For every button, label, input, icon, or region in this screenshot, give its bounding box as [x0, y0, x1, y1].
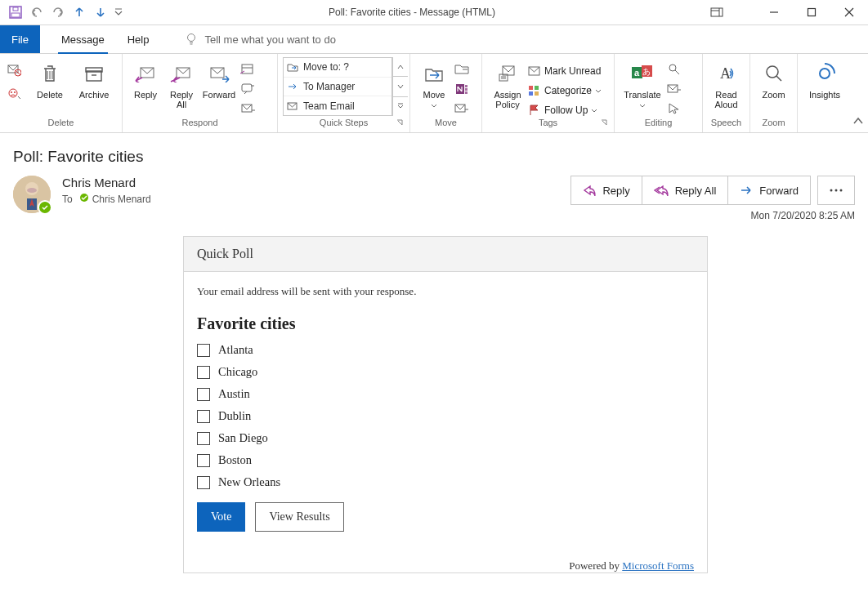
- group-caption-quicksteps: Quick Steps: [283, 118, 405, 131]
- actions-icon[interactable]: [453, 100, 471, 118]
- svg-point-5: [188, 33, 195, 41]
- poll-option[interactable]: Austin: [197, 387, 694, 401]
- checkbox-icon[interactable]: [197, 410, 210, 423]
- svg-rect-23: [465, 91, 468, 94]
- rules-icon[interactable]: [453, 60, 471, 78]
- header-reply-button[interactable]: Reply: [571, 176, 642, 204]
- header-more-actions[interactable]: [817, 176, 855, 205]
- poll-option[interactable]: Atlanta: [197, 343, 694, 357]
- quicksteps-down[interactable]: [393, 77, 408, 96]
- move-button[interactable]: Move: [415, 57, 453, 109]
- quickstep-to-manager[interactable]: To Manager: [284, 78, 391, 97]
- qat-customize-icon[interactable]: [111, 2, 126, 23]
- svg-rect-2: [13, 7, 18, 11]
- translate-button[interactable]: aあ Translate: [620, 57, 665, 109]
- svg-rect-1: [11, 13, 20, 17]
- quickstep-move-to[interactable]: Move to: ?: [284, 58, 391, 78]
- quicksteps-more[interactable]: [393, 97, 408, 116]
- poll-card-title: Quick Poll: [184, 237, 707, 272]
- svg-rect-28: [529, 86, 533, 90]
- follow-up-button[interactable]: Follow Up: [528, 101, 605, 119]
- svg-point-48: [840, 189, 843, 192]
- checkbox-icon[interactable]: [197, 476, 210, 489]
- quicksteps-launcher-icon[interactable]: [396, 119, 406, 129]
- group-caption-delete: Delete: [5, 118, 117, 131]
- undo-icon[interactable]: [26, 2, 47, 23]
- ribbon-display-options-icon[interactable]: [698, 0, 736, 25]
- group-caption-zoom: Zoom: [755, 118, 792, 131]
- tab-help[interactable]: Help: [116, 25, 161, 53]
- svg-text:あ: あ: [642, 67, 651, 76]
- tell-me-input[interactable]: Tell me what you want to do: [204, 33, 335, 46]
- reply-all-button[interactable]: Reply All: [163, 57, 199, 109]
- svg-text:a: a: [634, 68, 640, 78]
- header-forward-button[interactable]: Forward: [728, 176, 810, 204]
- svg-rect-4: [808, 9, 816, 16]
- svg-point-43: [27, 188, 37, 193]
- svg-point-47: [835, 189, 838, 192]
- archive-button[interactable]: Archive: [72, 57, 116, 109]
- meeting-reply-icon[interactable]: [239, 60, 257, 78]
- collapse-ribbon-icon[interactable]: [853, 116, 863, 127]
- sender-avatar[interactable]: [13, 176, 51, 213]
- reply-im-icon[interactable]: [239, 80, 257, 98]
- svg-point-10: [14, 91, 16, 93]
- close-button[interactable]: [830, 0, 868, 25]
- poll-option[interactable]: New Orleans: [197, 475, 694, 489]
- checkbox-icon[interactable]: [197, 366, 210, 379]
- mark-unread-button[interactable]: Mark Unread: [528, 62, 605, 80]
- tags-launcher-icon[interactable]: [601, 119, 611, 129]
- svg-rect-30: [529, 91, 533, 96]
- svg-point-9: [11, 91, 12, 93]
- save-icon[interactable]: [5, 2, 26, 23]
- header-reply-all-button[interactable]: Reply All: [642, 176, 729, 204]
- zoom-button[interactable]: Zoom: [755, 57, 792, 109]
- poll-option[interactable]: Chicago: [197, 365, 694, 379]
- view-results-button[interactable]: View Results: [255, 502, 343, 532]
- minimize-button[interactable]: [755, 0, 793, 25]
- previous-icon[interactable]: [69, 2, 90, 23]
- junk-icon[interactable]: [5, 85, 23, 103]
- vote-button[interactable]: Vote: [197, 502, 245, 532]
- svg-rect-29: [535, 86, 539, 90]
- insights-button[interactable]: Insights: [803, 57, 847, 109]
- lightbulb-icon: [185, 32, 198, 47]
- poll-privacy-note: Your email address will be sent with you…: [197, 285, 694, 298]
- presence-available-icon: [38, 200, 52, 215]
- group-caption-respond: Respond: [128, 118, 272, 131]
- more-respond-icon[interactable]: [239, 100, 257, 118]
- tab-message[interactable]: Message: [50, 25, 116, 53]
- svg-point-46: [830, 189, 833, 192]
- poll-option[interactable]: Boston: [197, 453, 694, 467]
- powered-by-link[interactable]: Microsoft Forms: [622, 559, 694, 572]
- quickstep-team-email[interactable]: Team Email: [284, 96, 391, 115]
- poll-option[interactable]: San Diego: [197, 431, 694, 445]
- poll-option[interactable]: Dublin: [197, 409, 694, 423]
- categorize-button[interactable]: Categorize: [528, 82, 605, 100]
- read-aloud-button[interactable]: A Read Aloud: [708, 57, 745, 109]
- to-label: To: [62, 194, 73, 205]
- delete-button[interactable]: Delete: [28, 57, 72, 109]
- quicksteps-up[interactable]: [393, 57, 408, 77]
- next-icon[interactable]: [90, 2, 111, 23]
- forward-button[interactable]: Forward: [199, 57, 239, 109]
- svg-point-45: [80, 194, 88, 202]
- tab-file[interactable]: File: [0, 25, 40, 53]
- svg-rect-21: [465, 85, 468, 87]
- checkbox-icon[interactable]: [197, 388, 210, 401]
- related-icon[interactable]: [665, 80, 683, 98]
- checkbox-icon[interactable]: [197, 344, 210, 357]
- find-icon[interactable]: [665, 60, 683, 78]
- svg-point-40: [820, 69, 830, 78]
- onenote-icon[interactable]: [453, 80, 471, 98]
- maximize-button[interactable]: [793, 0, 830, 25]
- assign-policy-button[interactable]: Assign Policy: [487, 57, 528, 109]
- ignore-icon[interactable]: [5, 60, 23, 78]
- checkbox-icon[interactable]: [197, 454, 210, 467]
- svg-rect-11: [87, 71, 101, 81]
- checkbox-icon[interactable]: [197, 432, 210, 445]
- svg-rect-16: [242, 65, 253, 74]
- reply-button[interactable]: Reply: [128, 57, 163, 109]
- select-icon[interactable]: [665, 100, 683, 118]
- redo-icon[interactable]: [47, 2, 69, 23]
